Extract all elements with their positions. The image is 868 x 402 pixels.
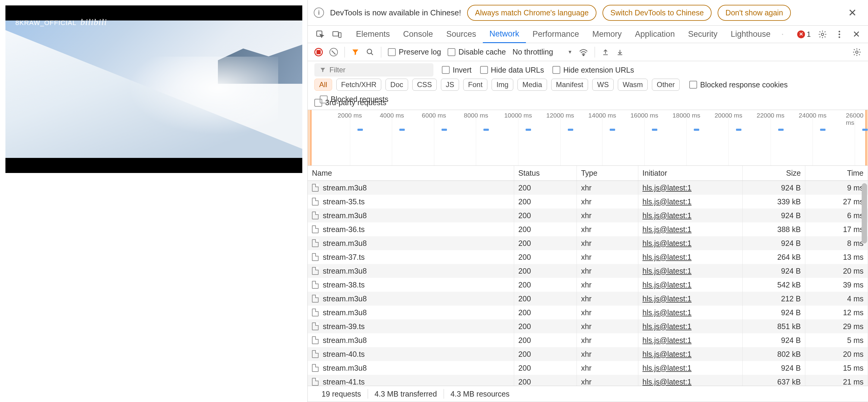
blocked-cookies-checkbox[interactable]: Blocked response cookies	[689, 81, 787, 89]
file-icon	[312, 350, 318, 358]
table-row[interactable]: stream-35.ts200xhrhls.js@latest:1339 kB2…	[308, 195, 868, 209]
table-row[interactable]: stream-41.ts200xhrhls.js@latest:1637 kB2…	[308, 375, 868, 386]
table-row[interactable]: stream.m3u8200xhrhls.js@latest:1924 B5 m…	[308, 333, 868, 347]
svg-rect-2	[339, 33, 341, 37]
video-player[interactable]: 8KRAW_OFFICIAL bilibili	[5, 5, 302, 173]
col-status[interactable]: Status	[514, 166, 577, 181]
inspect-icon[interactable]	[315, 29, 325, 39]
table-row[interactable]: stream.m3u8200xhrhls.js@latest:1924 B12 …	[308, 306, 868, 319]
col-name[interactable]: Name	[308, 166, 514, 181]
waterfall-overview[interactable]: 2000 ms4000 ms6000 ms8000 ms10000 ms1200…	[308, 110, 868, 166]
request-name: stream.m3u8	[323, 364, 367, 372]
chip-ws[interactable]: WS	[592, 79, 614, 91]
dismiss-notice-button[interactable]: Don't show again	[718, 5, 791, 21]
request-size: 924 B	[743, 264, 805, 278]
clear-button[interactable]	[330, 48, 338, 56]
network-conditions-icon[interactable]	[579, 48, 588, 56]
table-row[interactable]: stream.m3u8200xhrhls.js@latest:1924 B9 m…	[308, 181, 868, 195]
tab-console[interactable]: Console	[397, 26, 440, 43]
request-initiator[interactable]: hls.js@latest:1	[643, 322, 692, 331]
col-type[interactable]: Type	[577, 166, 638, 181]
request-initiator[interactable]: hls.js@latest:1	[643, 211, 692, 220]
file-icon	[312, 336, 318, 344]
record-button[interactable]	[314, 48, 323, 56]
switch-language-button[interactable]: Switch DevTools to Chinese	[602, 5, 712, 21]
tab-application[interactable]: Application	[628, 26, 681, 43]
request-initiator[interactable]: hls.js@latest:1	[643, 253, 692, 261]
request-time: 39 ms	[805, 278, 868, 292]
table-row[interactable]: stream-38.ts200xhrhls.js@latest:1542 kB3…	[308, 278, 868, 292]
hide-extension-urls-checkbox[interactable]: Hide extension URLs	[553, 66, 634, 74]
settings-icon[interactable]	[817, 29, 828, 39]
chip-js[interactable]: JS	[441, 79, 459, 91]
tab-performance[interactable]: Performance	[526, 26, 586, 43]
request-initiator[interactable]: hls.js@latest:1	[643, 378, 692, 386]
more-tabs-icon[interactable]	[777, 29, 787, 39]
upload-icon[interactable]	[601, 48, 610, 56]
chip-media[interactable]: Media	[518, 79, 547, 91]
request-initiator[interactable]: hls.js@latest:1	[643, 350, 692, 359]
device-toggle-icon[interactable]	[332, 29, 342, 39]
tab-sources[interactable]: Sources	[440, 26, 483, 43]
table-row[interactable]: stream-40.ts200xhrhls.js@latest:1802 kB2…	[308, 347, 868, 361]
chip-other[interactable]: Other	[652, 79, 680, 91]
request-initiator[interactable]: hls.js@latest:1	[643, 336, 692, 345]
kebab-menu-icon[interactable]	[834, 29, 844, 39]
request-initiator[interactable]: hls.js@latest:1	[643, 225, 692, 234]
throttling-select[interactable]: No throttling▼	[513, 48, 572, 56]
tab-security[interactable]: Security	[681, 26, 724, 43]
chip-fetch-xhr[interactable]: Fetch/XHR	[336, 79, 381, 91]
tab-memory[interactable]: Memory	[586, 26, 628, 43]
table-row[interactable]: stream.m3u8200xhrhls.js@latest:1212 B4 m…	[308, 292, 868, 306]
chip-css[interactable]: CSS	[412, 79, 437, 91]
table-row[interactable]: stream-37.ts200xhrhls.js@latest:1264 kB1…	[308, 250, 868, 264]
third-party-checkbox[interactable]: 3rd-party requests	[314, 98, 386, 107]
scrollbar-thumb[interactable]	[862, 183, 867, 244]
table-row[interactable]: stream-39.ts200xhrhls.js@latest:1851 kB2…	[308, 319, 868, 333]
invert-checkbox[interactable]: Invert	[442, 66, 472, 74]
chip-all[interactable]: All	[314, 79, 332, 91]
tab-network[interactable]: Network	[483, 26, 526, 43]
error-count[interactable]: ✕ 1	[797, 30, 811, 38]
request-name: stream-35.ts	[323, 197, 365, 206]
table-row[interactable]: stream.m3u8200xhrhls.js@latest:1924 B8 m…	[308, 236, 868, 250]
file-icon	[312, 253, 318, 261]
chip-manifest[interactable]: Manifest	[551, 79, 588, 91]
match-language-button[interactable]: Always match Chrome's language	[467, 5, 596, 21]
filter-input[interactable]	[330, 66, 428, 74]
table-row[interactable]: stream-36.ts200xhrhls.js@latest:1388 kB1…	[308, 222, 868, 236]
col-time[interactable]: Time	[805, 166, 868, 181]
filter-toggle-icon[interactable]	[351, 48, 359, 56]
request-initiator[interactable]: hls.js@latest:1	[643, 184, 692, 192]
disable-cache-checkbox[interactable]: Disable cache	[447, 48, 506, 56]
chip-img[interactable]: Img	[492, 79, 513, 91]
tab-elements[interactable]: Elements	[349, 26, 397, 43]
filter-input-wrap[interactable]	[314, 63, 433, 76]
close-notice-icon[interactable]: ✕	[843, 7, 862, 19]
network-settings-icon[interactable]	[852, 48, 861, 57]
tab-lighthouse[interactable]: Lighthouse	[724, 26, 777, 43]
chip-wasm[interactable]: Wasm	[618, 79, 648, 91]
request-size: 212 B	[743, 292, 805, 306]
close-devtools-icon[interactable]: ✕	[851, 29, 861, 39]
col-size[interactable]: Size	[743, 166, 805, 181]
request-initiator[interactable]: hls.js@latest:1	[643, 197, 692, 206]
table-row[interactable]: stream.m3u8200xhrhls.js@latest:1924 B20 …	[308, 264, 868, 278]
request-initiator[interactable]: hls.js@latest:1	[643, 295, 692, 303]
chip-doc[interactable]: Doc	[385, 79, 408, 91]
table-row[interactable]: stream.m3u8200xhrhls.js@latest:1924 B6 m…	[308, 209, 868, 222]
request-initiator[interactable]: hls.js@latest:1	[643, 308, 692, 317]
chip-font[interactable]: Font	[463, 79, 487, 91]
request-initiator[interactable]: hls.js@latest:1	[643, 239, 692, 248]
search-icon[interactable]	[366, 48, 374, 56]
request-initiator[interactable]: hls.js@latest:1	[643, 267, 692, 275]
table-row[interactable]: stream.m3u8200xhrhls.js@latest:1924 B15 …	[308, 361, 868, 375]
request-initiator[interactable]: hls.js@latest:1	[643, 281, 692, 289]
request-initiator[interactable]: hls.js@latest:1	[643, 364, 692, 372]
request-name: stream.m3u8	[323, 295, 367, 303]
download-icon[interactable]	[616, 48, 624, 56]
preserve-log-checkbox[interactable]: Preserve log	[388, 48, 441, 56]
col-initiator[interactable]: Initiator	[638, 166, 743, 181]
hide-data-urls-checkbox[interactable]: Hide data URLs	[480, 66, 544, 74]
request-time: 8 ms	[805, 236, 868, 250]
